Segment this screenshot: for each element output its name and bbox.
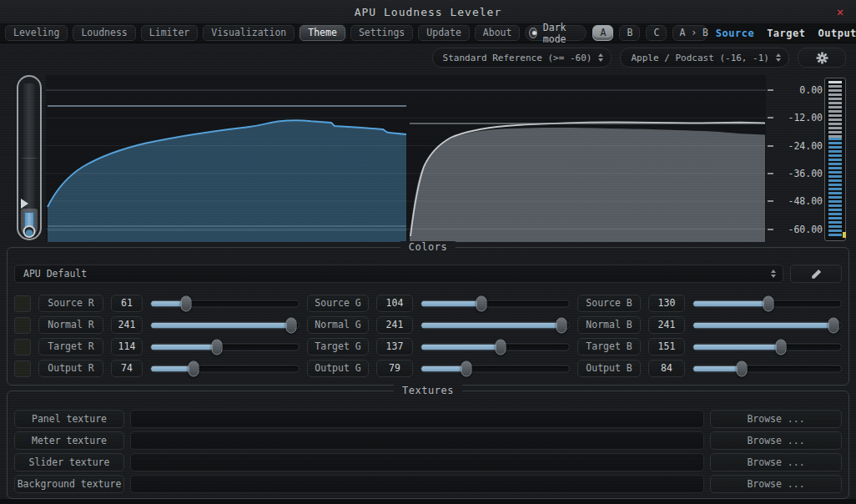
color-channel-value[interactable]: 151 bbox=[648, 338, 685, 355]
tab-theme[interactable]: Theme bbox=[300, 25, 345, 41]
color-channel-slider[interactable] bbox=[692, 316, 842, 334]
window-title: APU Loudness Leveler bbox=[355, 6, 502, 18]
normal-color-swatch[interactable] bbox=[14, 317, 31, 334]
tab-visualization[interactable]: Visualization bbox=[203, 25, 295, 41]
color-channel-label[interactable]: Source G bbox=[307, 295, 369, 312]
meter-texture-field[interactable] bbox=[130, 431, 704, 450]
tab-loudness[interactable]: Loudness bbox=[73, 25, 135, 41]
tab-about[interactable]: About bbox=[475, 25, 521, 41]
color-channel-slider[interactable] bbox=[420, 338, 570, 355]
slider-handle[interactable] bbox=[188, 360, 199, 376]
tab-update[interactable]: Update bbox=[418, 25, 470, 41]
scale-row: -24.00 bbox=[768, 140, 823, 152]
gear-icon bbox=[815, 51, 829, 65]
color-channel-slider[interactable] bbox=[692, 295, 842, 312]
color-channel-label[interactable]: Target G bbox=[307, 338, 369, 355]
color-channel-label[interactable]: Output R bbox=[38, 360, 103, 377]
close-icon[interactable]: ✕ bbox=[833, 5, 848, 18]
target-color-swatch[interactable] bbox=[14, 339, 31, 355]
slider-handle[interactable] bbox=[736, 360, 747, 376]
color-channel-label[interactable]: Target R bbox=[38, 338, 103, 355]
slider-handle[interactable] bbox=[556, 317, 567, 333]
loudness-plot[interactable] bbox=[46, 75, 766, 242]
slider-handle[interactable] bbox=[461, 360, 472, 376]
color-channel-label[interactable]: Output G bbox=[307, 360, 369, 377]
tab-leveling[interactable]: Leveling bbox=[5, 25, 68, 41]
color-channel-value[interactable]: 79 bbox=[376, 360, 413, 377]
fader-knob[interactable] bbox=[23, 225, 36, 238]
scale-label: -60.00 bbox=[778, 224, 823, 235]
color-channel-value[interactable]: 241 bbox=[376, 316, 413, 334]
scale-label: -12.00 bbox=[778, 112, 823, 123]
scale-row: -36.00 bbox=[768, 168, 823, 179]
color-channel-value[interactable]: 114 bbox=[111, 338, 143, 355]
color-channel-value[interactable]: 241 bbox=[648, 316, 685, 334]
color-channel-label[interactable]: Source R bbox=[38, 295, 103, 312]
slider-handle[interactable] bbox=[775, 339, 786, 355]
color-channel-value[interactable]: 104 bbox=[376, 295, 413, 312]
color-channel-value[interactable]: 61 bbox=[111, 295, 143, 312]
meter-source-button[interactable]: Source bbox=[712, 28, 758, 39]
source-color-swatch[interactable] bbox=[14, 295, 31, 312]
target-preset-dropdown[interactable]: Apple / Podcast (-16, -1) bbox=[620, 48, 789, 68]
preset-a-button[interactable]: A bbox=[592, 25, 613, 41]
target-preset-dropdown-value: Apple / Podcast (-16, -1) bbox=[631, 53, 769, 63]
color-channel-value[interactable]: 84 bbox=[648, 360, 685, 377]
dark-mode-toggle[interactable]: Dark mode bbox=[525, 25, 587, 41]
color-channel-value[interactable]: 130 bbox=[648, 295, 685, 312]
slider-handle[interactable] bbox=[763, 295, 774, 311]
meter-output-button[interactable]: Output bbox=[815, 28, 856, 39]
slider-texture-field[interactable] bbox=[130, 453, 704, 471]
preset-b-button[interactable]: B bbox=[619, 25, 640, 41]
slider-handle[interactable] bbox=[212, 339, 223, 355]
gain-fader[interactable] bbox=[17, 75, 42, 240]
slider-handle[interactable] bbox=[476, 295, 487, 311]
edit-preset-button[interactable] bbox=[790, 265, 842, 283]
color-channel-slider[interactable] bbox=[150, 295, 300, 312]
scale-row: -48.00 bbox=[768, 195, 823, 207]
scale-row: -12.00 bbox=[768, 112, 823, 123]
visualization-section: 0.00 -12.00 -24.00 -36.00 -48.00 -60.00 bbox=[0, 72, 856, 247]
color-channel-label[interactable]: Target B bbox=[577, 338, 641, 355]
color-channel-label[interactable]: Source B bbox=[577, 295, 641, 312]
slider-handle[interactable] bbox=[286, 317, 297, 333]
scale-tick bbox=[768, 117, 773, 118]
tab-settings[interactable]: Settings bbox=[350, 25, 413, 41]
color-channel-slider[interactable] bbox=[150, 360, 300, 377]
color-channel-value[interactable]: 137 bbox=[376, 338, 413, 355]
color-channel-slider[interactable] bbox=[150, 338, 300, 355]
color-channel-slider[interactable] bbox=[692, 338, 842, 355]
color-channel-slider[interactable] bbox=[692, 360, 842, 377]
meter-target-button[interactable]: Target bbox=[763, 28, 808, 39]
color-channel-value[interactable]: 74 bbox=[111, 360, 143, 377]
window-bottom-edge bbox=[0, 499, 856, 504]
color-channel-slider[interactable] bbox=[420, 360, 570, 377]
panel-texture-browse-button[interactable]: Browse ... bbox=[710, 410, 842, 428]
color-channel-slider[interactable] bbox=[150, 316, 300, 334]
color-channel-slider[interactable] bbox=[420, 316, 570, 334]
preset-c-button[interactable]: C bbox=[646, 25, 667, 41]
color-channel-label[interactable]: Normal B bbox=[577, 316, 641, 334]
slider-handle[interactable] bbox=[180, 295, 191, 311]
panel-texture-field[interactable] bbox=[130, 410, 704, 428]
slider-handle[interactable] bbox=[496, 339, 506, 355]
meter-texture-browse-button[interactable]: Browse ... bbox=[710, 431, 842, 450]
slider-texture-browse-button[interactable]: Browse ... bbox=[710, 453, 842, 471]
color-channel-label[interactable]: Output B bbox=[577, 360, 641, 377]
output-color-swatch[interactable] bbox=[14, 360, 31, 377]
preset-copy-a-to-b-button[interactable]: A › B bbox=[672, 25, 706, 41]
background-texture-field[interactable] bbox=[130, 475, 704, 493]
color-channel-label[interactable]: Normal R bbox=[38, 316, 103, 334]
background-texture-browse-button[interactable]: Browse ... bbox=[710, 475, 842, 493]
settings-gear-button[interactable] bbox=[798, 48, 846, 68]
spinner-icon bbox=[771, 270, 776, 278]
color-preset-dropdown[interactable]: APU Default bbox=[14, 265, 783, 283]
color-channel-slider[interactable] bbox=[420, 295, 570, 312]
color-channel-value[interactable]: 241 bbox=[111, 316, 143, 334]
slider-handle[interactable] bbox=[828, 317, 839, 333]
color-channel-label[interactable]: Normal G bbox=[307, 316, 369, 334]
reference-dropdown[interactable]: Standard Reference (>= -60) bbox=[432, 48, 612, 68]
meter-top-segment bbox=[828, 81, 842, 83]
scale-tick bbox=[768, 89, 773, 91]
tab-limiter[interactable]: Limiter bbox=[141, 25, 198, 41]
